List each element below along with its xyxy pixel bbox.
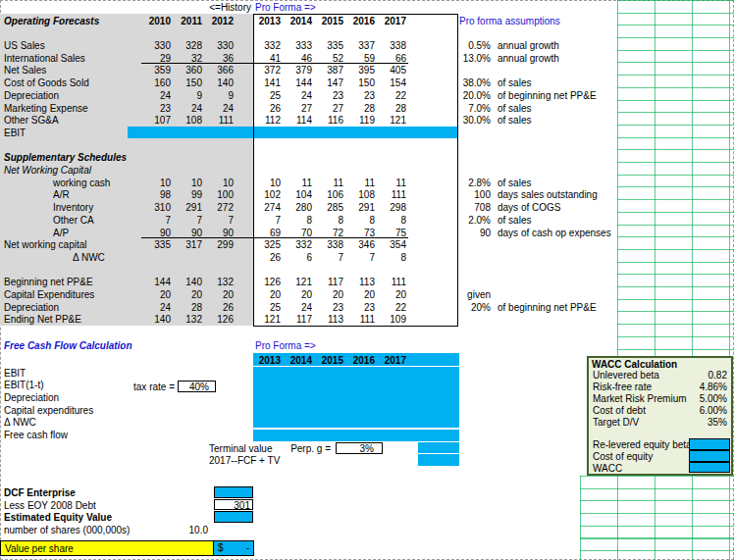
row-international-sales: International Sales293236414652596613.0%… (0, 52, 620, 65)
history-value: 29 (141, 53, 173, 64)
proforma-value: 121 (283, 277, 314, 287)
row-label: Marketing Expense (4, 103, 88, 114)
year-2010: 2010 (141, 16, 173, 26)
value-per-share-cell[interactable]: $ - (213, 540, 254, 556)
history-value: 20 (173, 289, 204, 300)
history-value: 24 (141, 90, 173, 101)
row-net-working-capital: Net working capital335317299325332338346… (0, 238, 620, 251)
row-label: Beginning net PP&E (4, 277, 93, 287)
proforma-value: 346 (345, 239, 377, 250)
proforma-value: 354 (377, 239, 408, 250)
proforma-value: 28 (345, 103, 377, 114)
assumption-value: 7.0% (459, 103, 493, 114)
proforma-value: 106 (314, 189, 345, 200)
proforma-value: 325 (251, 239, 283, 250)
row-label: working cash (53, 178, 110, 188)
proforma-value: 7 (345, 252, 377, 263)
wacc-value-cost-of-debt: 6.00% (700, 405, 727, 416)
wacc-cell-cost-of-equity[interactable] (689, 450, 730, 462)
proforma-value: 59 (345, 53, 377, 64)
fcf-values-block[interactable] (253, 367, 459, 428)
free-cash-flow-row-strip[interactable] (253, 430, 459, 441)
assumption-value: 30.0% (459, 115, 493, 126)
tax-rate-input[interactable]: 40% (178, 381, 216, 392)
assumption-value: 38.0% (459, 77, 493, 88)
row-cost-of-goods-sold: Cost of Goods Sold1601501401411441471501… (0, 76, 620, 89)
history-value: 272 (204, 202, 236, 213)
wacc-value-risk-free-rate: 4.86% (700, 382, 727, 392)
assumption-value: 13.0% (459, 53, 493, 64)
fcf-year-2015: 2015 (314, 355, 345, 366)
proforma-value: 117 (283, 314, 314, 325)
history-value: 150 (173, 77, 204, 88)
proforma-value: 332 (251, 40, 283, 51)
proforma-value: 72 (314, 228, 345, 238)
dcf-enterprise-cell[interactable] (214, 486, 253, 498)
proforma-value: 141 (251, 77, 283, 88)
fcf-plus-tv-label: 2017--FCF + TV (209, 455, 280, 466)
proforma-value: 338 (314, 239, 345, 250)
value-per-share-row: Value per share (0, 540, 214, 556)
history-value: 126 (204, 314, 236, 325)
proforma-value: 24 (283, 90, 314, 101)
history-value: 317 (173, 239, 204, 250)
wacc-cell-re-levered-equity-beta[interactable] (689, 438, 730, 450)
wacc-label-risk-free-rate: Risk-free rate (593, 382, 652, 392)
terminal-value-cell[interactable] (418, 442, 459, 454)
proforma-value: 66 (377, 53, 408, 64)
equity-value-cell[interactable] (214, 511, 253, 523)
proforma-value: 111 (377, 189, 408, 200)
fcf-year-2017: 2017 (377, 355, 408, 366)
year-2015: 2015 (314, 16, 345, 26)
row-label: Depreciation (4, 302, 59, 313)
proforma-value: 379 (283, 65, 314, 76)
proforma-value: 150 (345, 77, 377, 88)
wacc-value-market-risk-premium: 5.00% (700, 393, 727, 404)
wacc-calculation-box: WACC Calculation Unlevered beta0.82Risk-… (587, 356, 733, 476)
history-value: 140 (204, 77, 236, 88)
history-value: 7 (204, 215, 236, 226)
assumption-value: given (459, 289, 493, 300)
history-value: 26 (204, 302, 236, 313)
history-value: 7 (141, 215, 173, 226)
dcf-enterprise-label: DCF Enterprise (4, 487, 76, 498)
assumption-text: annual growth (498, 40, 559, 51)
perp-growth-input[interactable]: 3% (336, 442, 383, 454)
fcf-plus-tv-cell[interactable] (418, 454, 459, 466)
proforma-value: 22 (377, 302, 408, 313)
section-title-operating-forecasts: Operating Forecasts (4, 16, 99, 26)
assumption-text: days of COGS (498, 202, 560, 213)
proforma-value: 332 (283, 239, 314, 250)
tax-rate-label: tax rate = (106, 382, 175, 392)
history-value: 24 (173, 103, 204, 114)
wacc-value-unlevered-beta: 0.82 (708, 370, 727, 381)
fcf-row-label-nwc: Δ NWC (4, 417, 36, 428)
proforma-value: 20 (283, 289, 314, 300)
history-value: 20 (141, 289, 173, 300)
debt-input[interactable]: 301 (214, 499, 253, 511)
history-value: 291 (173, 202, 204, 213)
row-label: Δ NWC (73, 252, 105, 263)
proforma-value: 70 (283, 228, 314, 238)
proforma-value: 372 (251, 65, 283, 76)
highlight-strip[interactable] (128, 127, 457, 138)
proforma-value: 102 (251, 189, 283, 200)
fcf-row-label-depreciation: Depreciation (4, 392, 59, 403)
history-value: 330 (141, 40, 173, 51)
shares-label: number of shares (000,000s) (4, 525, 130, 535)
proforma-value: 121 (251, 314, 283, 325)
history-value: 299 (204, 239, 236, 250)
row-a-r: A/R9899100102104106108111100days sales o… (0, 188, 620, 201)
row-us-sales: US Sales3303283303323333353373380.5%annu… (0, 39, 620, 52)
history-value: 99 (173, 189, 204, 200)
row-other-sg-a: Other SG&A10710811111211411611912130.0%o… (0, 114, 620, 127)
year-2014: 2014 (283, 16, 314, 26)
year-2013: 2013 (251, 16, 283, 26)
history-value: 335 (141, 239, 173, 250)
currency-symbol: $ (218, 542, 224, 553)
proforma-value: 10 (251, 178, 283, 188)
assumption-text: of sales (498, 103, 531, 114)
wacc-cell-wacc[interactable] (689, 462, 730, 474)
row-nwc: Δ NWC266778 (0, 251, 620, 264)
dcf-spreadsheet: <=History Pro Forma => Operating Forecas… (0, 0, 734, 560)
